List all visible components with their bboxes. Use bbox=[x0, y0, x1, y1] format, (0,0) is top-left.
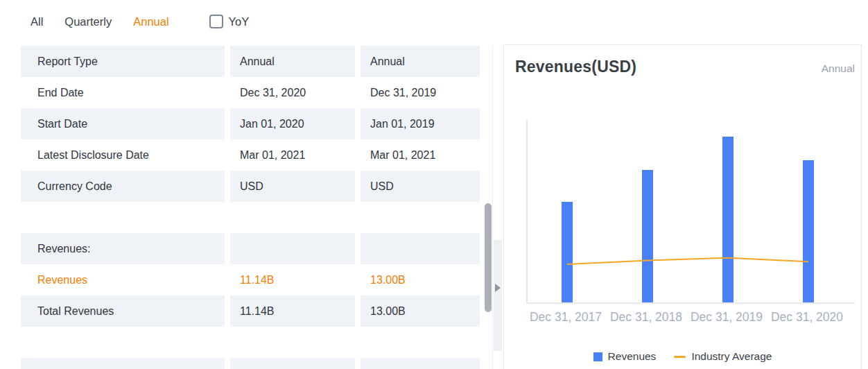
table-row[interactable]: Revenues: bbox=[21, 233, 480, 264]
table-scrollbar-thumb[interactable] bbox=[485, 203, 492, 312]
row-label bbox=[21, 327, 225, 358]
tab-all[interactable]: All bbox=[31, 15, 43, 28]
row-value: Jan 01, 2019 bbox=[361, 108, 480, 139]
x-axis-labels: Dec 31, 2017Dec 31, 2018Dec 31, 2019Dec … bbox=[526, 310, 855, 327]
row-value bbox=[230, 358, 355, 369]
table-row[interactable] bbox=[21, 202, 480, 233]
row-label: Report Type bbox=[21, 46, 225, 77]
row-value: USD bbox=[230, 171, 355, 202]
chart-period-label: Annual bbox=[822, 62, 855, 75]
legend-dash-icon bbox=[674, 356, 686, 358]
table-row[interactable]: End DateDec 31, 2020Dec 31, 2019 bbox=[21, 77, 480, 108]
row-value bbox=[230, 202, 355, 233]
table-row[interactable]: Start DateJan 01, 2020Jan 01, 2019 bbox=[21, 108, 480, 139]
row-value bbox=[361, 202, 480, 233]
row-label: Latest Disclosure Date bbox=[21, 139, 225, 171]
legend-label: Revenues bbox=[608, 350, 657, 363]
row-value: 11.14B bbox=[230, 295, 355, 327]
financials-table: Report TypeAnnualAnnualEnd DateDec 31, 2… bbox=[21, 46, 480, 369]
row-label: Currency Code bbox=[21, 171, 225, 202]
yoy-label: YoY bbox=[229, 15, 250, 28]
legend-square-icon bbox=[593, 352, 602, 361]
row-value bbox=[230, 233, 355, 264]
row-value: USD bbox=[361, 171, 480, 202]
tab-quarterly[interactable]: Quarterly bbox=[64, 15, 112, 28]
row-value: Mar 01, 2021 bbox=[230, 139, 355, 171]
x-axis-tick-label: Dec 31, 2017 bbox=[523, 310, 608, 325]
x-axis-tick-label: Dec 31, 2019 bbox=[684, 310, 769, 325]
yoy-checkbox[interactable] bbox=[209, 15, 223, 28]
row-label bbox=[21, 202, 225, 233]
row-value: Dec 31, 2020 bbox=[230, 77, 355, 108]
row-value: 13.00B bbox=[361, 264, 480, 295]
row-value bbox=[361, 327, 480, 358]
table-scrollbar-track bbox=[492, 46, 493, 369]
yoy-toggle: YoY bbox=[209, 15, 250, 28]
legend-item-revenues[interactable]: Revenues bbox=[593, 350, 657, 363]
report-filter-bar: All Quarterly Annual YoY bbox=[31, 11, 249, 32]
row-label bbox=[21, 358, 225, 369]
table-row[interactable]: Revenues11.14B13.00B bbox=[21, 264, 480, 295]
tab-annual[interactable]: Annual bbox=[133, 15, 168, 28]
table-row[interactable] bbox=[21, 358, 480, 369]
row-value: 11.14B bbox=[230, 264, 355, 295]
row-value bbox=[361, 358, 480, 369]
row-label: Revenues: bbox=[21, 233, 225, 264]
row-label: Start Date bbox=[21, 108, 225, 139]
x-axis-tick-label: Dec 31, 2020 bbox=[765, 310, 849, 325]
chart-title: Revenues(USD) bbox=[515, 58, 636, 76]
panel-collapse-handle[interactable] bbox=[494, 240, 502, 351]
table-row[interactable]: Currency CodeUSDUSD bbox=[21, 171, 480, 202]
row-value bbox=[361, 233, 480, 264]
row-value: Annual bbox=[361, 46, 480, 77]
x-axis-tick-label: Dec 31, 2018 bbox=[604, 310, 688, 325]
legend-item-industry-average[interactable]: Industry Average bbox=[674, 350, 772, 363]
row-label: Revenues bbox=[21, 264, 225, 295]
industry-average-line bbox=[528, 120, 856, 304]
row-value: Annual bbox=[230, 46, 355, 77]
chart-plot-area bbox=[526, 120, 855, 304]
legend-label: Industry Average bbox=[691, 350, 772, 363]
row-value: Jan 01, 2020 bbox=[230, 108, 355, 139]
table-row[interactable] bbox=[21, 327, 480, 358]
revenues-chart-panel: Revenues(USD) Annual Dec 31, 2017Dec 31,… bbox=[503, 44, 862, 369]
table-row[interactable]: Total Revenues11.14B13.00B bbox=[21, 295, 480, 327]
table-row[interactable]: Report TypeAnnualAnnual bbox=[21, 46, 480, 77]
chevron-right-icon bbox=[495, 284, 501, 292]
chart-legend: RevenuesIndustry Average bbox=[504, 350, 861, 363]
table-row[interactable]: Latest Disclosure DateMar 01, 2021Mar 01… bbox=[21, 139, 480, 171]
row-label: End Date bbox=[21, 77, 225, 108]
row-value: 13.00B bbox=[361, 295, 480, 327]
row-value: Dec 31, 2019 bbox=[361, 77, 480, 108]
row-value bbox=[230, 327, 355, 358]
row-label: Total Revenues bbox=[21, 295, 225, 327]
chart-header: Revenues(USD) Annual bbox=[504, 58, 861, 76]
financials-page: All Quarterly Annual YoY Report TypeAnnu… bbox=[0, 0, 868, 369]
row-value: Mar 01, 2021 bbox=[361, 139, 480, 171]
